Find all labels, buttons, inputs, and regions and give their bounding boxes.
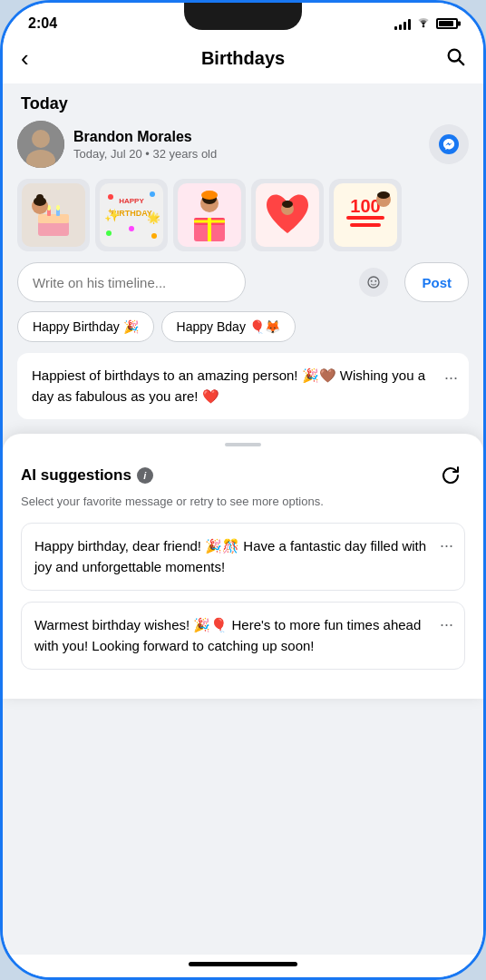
svg-point-20 — [108, 194, 113, 200]
person-name: Brandon Morales — [73, 129, 217, 145]
svg-text:✨: ✨ — [104, 208, 121, 223]
person-date: Today, Jul 20 • 32 years old — [73, 147, 217, 161]
page-title: Birthdays — [201, 48, 285, 69]
person-row: Brandon Morales Today, Jul 20 • 32 years… — [17, 121, 469, 168]
svg-point-30 — [201, 191, 218, 200]
header: ‹ Birthdays — [3, 37, 483, 83]
stickers-row: HAPPY BIRTHDAY ✨ 🌟 — [17, 179, 469, 251]
suggested-message-more[interactable]: ··· — [444, 366, 458, 390]
svg-text:100: 100 — [350, 196, 380, 216]
status-icons — [394, 16, 458, 31]
svg-rect-9 — [38, 214, 69, 223]
svg-point-0 — [423, 25, 425, 28]
ai-suggestion-card-0[interactable]: Happy birthday, dear friend! 🎉🎊 Have a f… — [21, 523, 465, 591]
ai-title: AI suggestions — [21, 466, 131, 485]
main-content: Today Brandon Morales Today, Jul 20 • 32… — [3, 83, 483, 955]
birthday-card: Brandon Morales Today, Jul 20 • 32 years… — [3, 121, 483, 434]
svg-point-6 — [439, 134, 459, 154]
svg-point-24 — [129, 226, 134, 231]
phone-frame: 2:04 ‹ Birthdays — [0, 0, 486, 980]
sheet-handle — [225, 443, 261, 446]
sticker-3[interactable] — [251, 179, 324, 251]
svg-rect-8 — [38, 221, 69, 236]
messenger-button[interactable] — [429, 124, 469, 164]
section-today: Today — [3, 83, 483, 121]
svg-point-43 — [377, 191, 390, 199]
sticker-2[interactable] — [173, 179, 246, 251]
sticker-0[interactable] — [17, 179, 90, 251]
bottom-sheet: AI suggestions i Select your favorite me… — [3, 434, 483, 699]
notch — [184, 3, 302, 30]
signal-icon — [394, 17, 411, 30]
svg-point-4 — [32, 130, 50, 148]
svg-point-46 — [375, 280, 377, 282]
ai-suggestions-header: AI suggestions i — [21, 461, 465, 490]
person-info: Brandon Morales Today, Jul 20 • 32 years… — [17, 121, 217, 168]
suggested-message-text: Happiest of birthdays to an amazing pers… — [32, 368, 425, 404]
search-button[interactable] — [433, 46, 465, 72]
retry-button[interactable] — [436, 461, 465, 490]
battery-icon — [436, 18, 458, 29]
svg-point-21 — [150, 191, 155, 197]
quick-replies: Happy Birthday 🎉 Happy Bday 🎈🦊 — [17, 311, 469, 342]
quick-reply-1[interactable]: Happy Bday 🎈🦊 — [161, 311, 296, 342]
back-button[interactable]: ‹ — [21, 44, 53, 73]
ai-suggestion-more-1[interactable]: ··· — [440, 615, 453, 634]
svg-point-23 — [151, 233, 157, 239]
ai-subtitle: Select your favorite message or retry to… — [21, 494, 465, 510]
info-icon[interactable]: i — [137, 467, 153, 484]
sticker-1[interactable]: HAPPY BIRTHDAY ✨ 🌟 — [95, 179, 168, 251]
suggested-message[interactable]: Happiest of birthdays to an amazing pers… — [17, 353, 469, 419]
svg-text:🌟: 🌟 — [147, 211, 160, 224]
svg-line-2 — [459, 60, 463, 64]
emoji-button[interactable] — [359, 268, 388, 297]
input-wrapper — [17, 262, 397, 302]
status-time: 2:04 — [28, 15, 57, 32]
svg-point-45 — [371, 280, 373, 282]
person-details: Brandon Morales Today, Jul 20 • 32 years… — [73, 129, 217, 161]
ai-suggestion-text-0: Happy birthday, dear friend! 🎉🎊 Have a f… — [34, 538, 426, 574]
home-bar — [189, 962, 297, 966]
svg-point-44 — [368, 277, 379, 288]
wifi-icon — [416, 16, 431, 31]
ai-suggestion-text-1: Warmest birthday wishes! 🎉🎈 Here's to mo… — [34, 617, 421, 653]
svg-point-37 — [282, 201, 293, 208]
quick-reply-0[interactable]: Happy Birthday 🎉 — [17, 311, 154, 342]
avatar — [17, 121, 64, 168]
svg-point-22 — [106, 230, 112, 236]
timeline-input-row: Post — [17, 262, 469, 302]
svg-text:HAPPY: HAPPY — [119, 197, 144, 205]
home-indicator — [3, 955, 483, 977]
ai-suggestion-card-1[interactable]: Warmest birthday wishes! 🎉🎈 Here's to mo… — [21, 602, 465, 670]
ai-suggestion-more-0[interactable]: ··· — [440, 536, 453, 555]
sticker-4[interactable]: 100 — [329, 179, 402, 251]
ai-title-row: AI suggestions i — [21, 466, 153, 485]
timeline-input[interactable] — [17, 262, 246, 302]
post-button[interactable]: Post — [404, 262, 469, 302]
svg-point-13 — [56, 205, 60, 211]
svg-point-16 — [36, 194, 44, 201]
